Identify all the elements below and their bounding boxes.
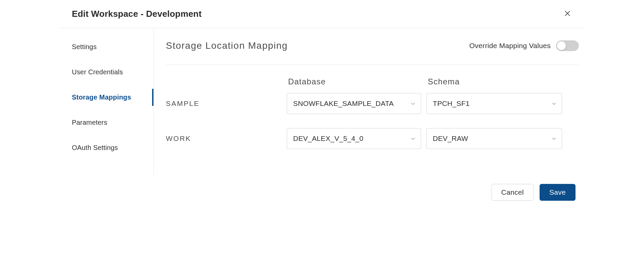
toggle-knob [557, 41, 566, 50]
chevron-down-icon [411, 134, 415, 143]
sidebar: Settings User Credentials Storage Mappin… [60, 28, 154, 175]
sidebar-item-parameters[interactable]: Parameters [60, 110, 153, 135]
select-value: SNOWFLAKE_SAMPLE_DATA [293, 100, 394, 108]
modal-header: Edit Workspace - Development [60, 0, 584, 28]
chevron-down-icon [552, 134, 556, 143]
schema-select-wrap: TPCH_SF1 [426, 93, 562, 114]
modal-body: Settings User Credentials Storage Mappin… [60, 28, 584, 175]
chevron-down-icon [411, 100, 415, 108]
schema-select-work[interactable]: DEV_RAW [426, 128, 562, 149]
table-row: SAMPLE SNOWFLAKE_SAMPLE_DATA TPCH_SF1 [166, 93, 579, 114]
sidebar-item-label: User Credentials [72, 68, 123, 76]
sidebar-item-settings[interactable]: Settings [60, 34, 153, 60]
col-spacer [166, 77, 287, 86]
column-header-database: Database [287, 77, 421, 86]
override-toggle[interactable] [556, 40, 579, 51]
row-label-work: WORK [166, 134, 287, 143]
sidebar-item-oauth-settings[interactable]: OAuth Settings [60, 135, 153, 160]
override-label: Override Mapping Values [469, 42, 551, 50]
schema-select-wrap: DEV_RAW [426, 128, 562, 149]
cancel-button[interactable]: Cancel [492, 184, 534, 201]
override-section: Override Mapping Values [469, 40, 579, 51]
edit-workspace-modal: Edit Workspace - Development Settings Us… [60, 0, 584, 211]
database-select-work[interactable]: DEV_ALEX_V_5_4_0 [287, 128, 421, 149]
sidebar-item-label: Storage Mappings [72, 93, 131, 101]
row-label-sample: SAMPLE [166, 100, 287, 108]
column-header-schema: Schema [421, 77, 561, 86]
content-title: Storage Location Mapping [166, 40, 288, 51]
select-value: DEV_ALEX_V_5_4_0 [293, 134, 363, 143]
close-icon [564, 9, 571, 19]
sidebar-item-label: Settings [72, 43, 97, 50]
sidebar-item-label: Parameters [72, 119, 107, 126]
sidebar-item-label: OAuth Settings [72, 144, 118, 151]
sidebar-item-user-credentials[interactable]: User Credentials [60, 60, 153, 85]
content-header: Storage Location Mapping Override Mappin… [166, 40, 579, 65]
mapping-table: Database Schema SAMPLE SNOWFLAKE_SAMPLE_… [166, 77, 579, 149]
chevron-down-icon [552, 100, 556, 108]
table-row: WORK DEV_ALEX_V_5_4_0 DEV_RAW [166, 128, 579, 149]
content-panel: Storage Location Mapping Override Mappin… [154, 28, 584, 175]
select-value: TPCH_SF1 [433, 100, 470, 108]
sidebar-item-storage-mappings[interactable]: Storage Mappings [60, 85, 153, 110]
save-button[interactable]: Save [540, 184, 576, 201]
database-select-sample[interactable]: SNOWFLAKE_SAMPLE_DATA [287, 93, 421, 114]
modal-title: Edit Workspace - Development [72, 9, 202, 19]
select-value: DEV_RAW [433, 134, 468, 143]
close-button[interactable] [563, 9, 572, 19]
database-select-wrap: DEV_ALEX_V_5_4_0 [287, 128, 421, 149]
schema-select-sample[interactable]: TPCH_SF1 [426, 93, 562, 114]
database-select-wrap: SNOWFLAKE_SAMPLE_DATA [287, 93, 421, 114]
table-header: Database Schema [166, 77, 579, 86]
modal-footer: Cancel Save [60, 175, 584, 211]
